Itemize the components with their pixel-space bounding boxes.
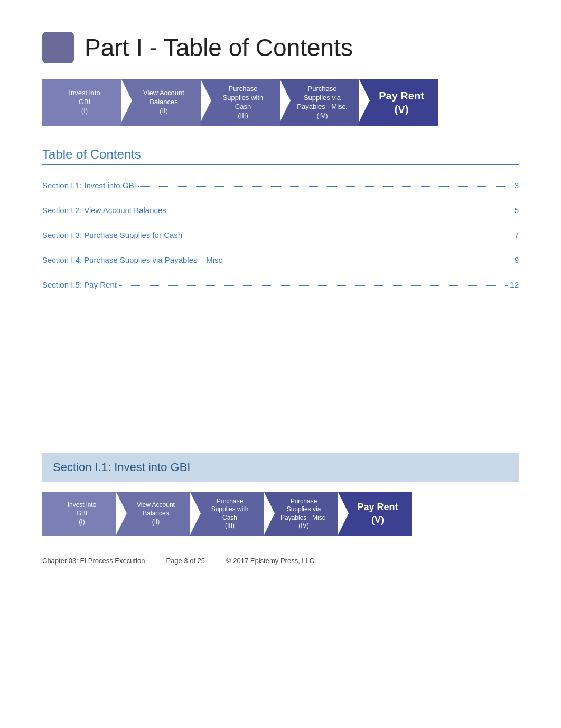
nav-step-2[interactable]: View Account Balances (II) bbox=[121, 79, 201, 126]
toc-label-2: Section I.2: View Account Balances bbox=[42, 206, 166, 215]
nav-bar-bottom: Invest into GBI (I) View Account Balance… bbox=[42, 492, 519, 536]
nav-step-5[interactable]: Pay Rent (V) bbox=[359, 79, 438, 126]
toc-label-1: Section I.1: Invest into GBI bbox=[42, 181, 136, 190]
blank-space bbox=[42, 305, 519, 443]
footer: Chapter 03: FI Process Execution Page 3 … bbox=[42, 557, 519, 565]
toc-dots-4 bbox=[225, 261, 512, 261]
nav-step-bottom-5[interactable]: Pay Rent (V) bbox=[338, 492, 412, 536]
toc-page-5: 12 bbox=[510, 280, 519, 289]
page-container: Part I - Table of Contents Invest into G… bbox=[0, 0, 561, 586]
section-header-title: Section I.1: Invest into GBI bbox=[53, 460, 508, 474]
nav-step-4[interactable]: Purchase Supplies via Payables - Misc. (… bbox=[280, 79, 359, 126]
toc-heading: Table of Contents bbox=[42, 147, 519, 165]
part-icon bbox=[42, 32, 74, 63]
toc-label-4: Section I.4: Purchase Supplies via Payab… bbox=[42, 255, 222, 264]
toc-page-4: 9 bbox=[515, 255, 519, 264]
page-title: Part I - Table of Contents bbox=[85, 33, 353, 62]
nav-step-bottom-4[interactable]: Purchase Supplies via Payables - Misc. (… bbox=[264, 492, 338, 536]
nav-step-1[interactable]: Invest into GBI (I) bbox=[42, 79, 121, 126]
toc-dots-5 bbox=[119, 285, 508, 286]
toc-page-3: 7 bbox=[515, 231, 519, 239]
toc-page-1: 3 bbox=[515, 181, 519, 190]
section-header-bar: Section I.1: Invest into GBI bbox=[42, 453, 519, 482]
toc-entry-5: Section I.5: Pay Rent 12 bbox=[42, 280, 519, 289]
footer-copyright: © 2017 Epistemy Press, LLC. bbox=[226, 557, 316, 565]
toc-entry-3: Section I.3: Purchase Supplies for Cash … bbox=[42, 231, 519, 239]
toc-entry-1: Section I.1: Invest into GBI 3 bbox=[42, 181, 519, 190]
nav-step-bottom-1[interactable]: Invest into GBI (I) bbox=[42, 492, 116, 536]
toc-dots-1 bbox=[138, 186, 512, 187]
toc-label-5: Section I.5: Pay Rent bbox=[42, 280, 117, 289]
nav-step-bottom-2[interactable]: View Account Balances (II) bbox=[116, 492, 190, 536]
nav-bar-top: Invest into GBI (I) View Account Balance… bbox=[42, 79, 519, 126]
toc-dots-3 bbox=[184, 236, 512, 236]
toc-dots-2 bbox=[169, 211, 512, 211]
toc-entry-2: Section I.2: View Account Balances 5 bbox=[42, 206, 519, 215]
toc-entry-4: Section I.4: Purchase Supplies via Payab… bbox=[42, 255, 519, 264]
toc-label-3: Section I.3: Purchase Supplies for Cash bbox=[42, 231, 182, 239]
toc-section: Table of Contents Section I.1: Invest in… bbox=[42, 147, 519, 289]
page-header: Part I - Table of Contents bbox=[42, 32, 519, 63]
nav-step-bottom-3[interactable]: Purchase Supplies with Cash (III) bbox=[190, 492, 264, 536]
footer-chapter: Chapter 03: FI Process Execution bbox=[42, 557, 145, 565]
nav-step-3[interactable]: Purchase Supplies with Cash (III) bbox=[201, 79, 280, 126]
toc-page-2: 5 bbox=[515, 206, 519, 215]
footer-page: Page 3 of 25 bbox=[166, 557, 205, 565]
